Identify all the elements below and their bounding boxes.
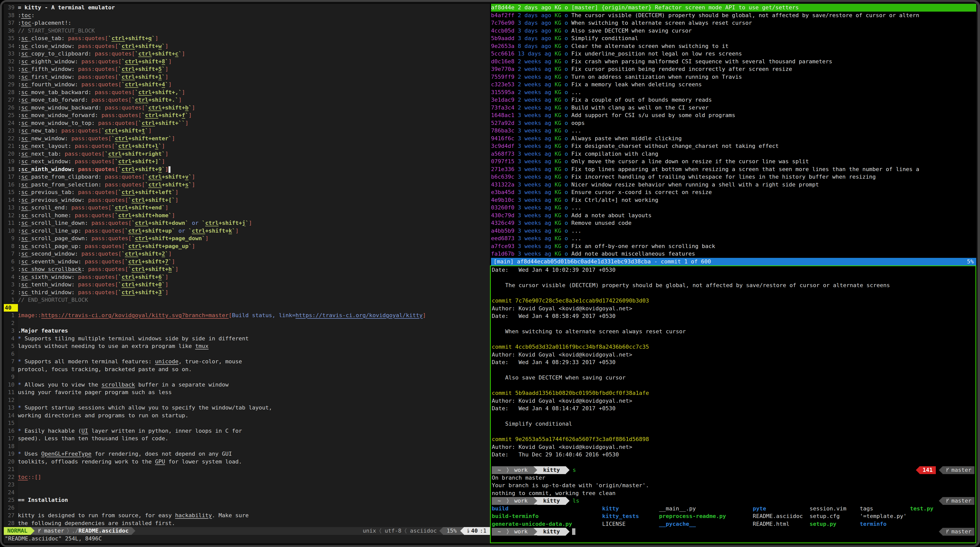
commit-row[interactable]: 430c79d 3 weeks ag KG o Add a note about… [491, 212, 976, 219]
editor-line[interactable]: 14:sc_previous_window: pass:quotes[`ctrl… [4, 196, 490, 204]
editor-line[interactable]: 20toolkits, offloads rendering work to t… [4, 458, 490, 466]
commit-row[interactable]: 271e336 3 weeks ag KG o Fix top lines ap… [491, 165, 976, 173]
editor-line[interactable]: 30:sc_first_window: pass:quotes[`ctrl+sh… [4, 73, 490, 81]
vim-pane[interactable]: 39= kitty - A terminal emulator38:toc:37… [4, 4, 490, 543]
editor-line[interactable]: 20:sc_next_tab: pass:quotes[`ctrl+shift+… [4, 150, 490, 158]
editor-line[interactable]: 39= kitty - A terminal emulator [4, 4, 490, 12]
editor-line[interactable]: 7:sc_second_window: pass:quotes[`ctrl+sh… [4, 250, 490, 258]
commit-row[interactable]: a568f73 3 weeks ag KG o Fix compilation … [491, 150, 976, 158]
editor-line[interactable]: 5:sc_show_scrollback: pass:quotes[`ctrl+… [4, 265, 490, 273]
commit-row[interactable]: 9416f6c 3 weeks ag KG o Always paste whe… [491, 135, 976, 143]
commit-row[interactable]: 4e9b10c 3 weeks ag KG o Fix Ctrl/alt+] n… [491, 196, 976, 204]
editor-line[interactable]: 17:sc_paste_from_clipboard: pass:quotes[… [4, 173, 490, 181]
commit-row[interactable]: 0797f15 3 weeks ag KG o Only move the cu… [491, 158, 976, 165]
editor-line[interactable]: 31:sc_fifth_window: pass:quotes[`ctrl+sh… [4, 65, 490, 73]
editor-line[interactable]: 32:sc_eighth_window: pass:quotes[`ctrl+s… [4, 58, 490, 66]
commit-row[interactable]: a7fce93 3 weeks ag KG o Fix an off-by-on… [491, 243, 976, 250]
editor-line[interactable]: 33:sc_copy_to_clipboard: pass:quotes[`ct… [4, 50, 490, 58]
commit-row[interactable]: 9e2653a 8 days ago KG o Clear the altern… [491, 43, 976, 50]
editor-line[interactable]: 2:sc_third_window: pass:quotes[`ctrl+shi… [4, 289, 490, 296]
commit-row[interactable]: 1648ac1 3 weeks ag KG o Add support for … [491, 111, 976, 119]
editor-line[interactable]: 28:sc_move_tab_backward: pass:quotes[`ct… [4, 89, 490, 97]
editor-line[interactable]: 18:sc_ninth_window: pass:quotes[`ctrl+sh… [4, 165, 490, 173]
editor-line[interactable]: 13* Support startup sessions which allow… [4, 404, 490, 412]
editor-line[interactable]: 38:toc: [4, 12, 490, 19]
editor-line[interactable]: 4:sc_sixth_window: pass:quotes[`ctrl+shi… [4, 273, 490, 281]
editor-line[interactable]: 11:sc_scroll_line_down: pass:quotes[`ctr… [4, 219, 490, 227]
editor-line[interactable]: 13:sc_scroll_end: pass:quotes[`ctrl+shif… [4, 204, 490, 212]
commit-row[interactable]: 527a92d 3 weeks ag KG o oops [491, 119, 976, 127]
editor-line[interactable]: 8:sc_scroll_page_up: pass:quotes[`ctrl+s… [4, 243, 490, 250]
editor-line[interactable]: 24 [4, 489, 490, 496]
editor-line[interactable]: 21 [4, 466, 490, 473]
commit-row[interactable]: 315595a 2 weeks ag KG o ... [491, 89, 976, 97]
editor-line[interactable]: 25:sc_move_window_forward: pass:quotes[`… [4, 111, 490, 119]
commit-row[interactable]: 3e1dac9 2 weeks ag KG o Fix a couple of … [491, 96, 976, 104]
editor-line[interactable]: 9 [4, 373, 490, 381]
editor-line[interactable]: 14working directories and programs to ru… [4, 412, 490, 420]
editor-line[interactable]: 21:sc_next_layout: pass:quotes[`ctrl+shi… [4, 142, 490, 150]
commit-row[interactable]: 73fa3c4 2 weeks ag KG o Build with clang… [491, 104, 976, 112]
editor-line[interactable]: 24:sc_move_window_to_top: pass:quotes[`c… [4, 119, 490, 127]
commit-row[interactable]: fa1d67b 3 weeks ag KG o Add note about m… [491, 250, 976, 258]
editor-line[interactable]: 1image::https://travis-ci.org/kovidgoyal… [4, 312, 490, 319]
editor-line[interactable]: 36// START_SHORTCUT_BLOCK [4, 27, 490, 35]
commit-row[interactable]: a4bb5b9 3 weeks ag KG o ... [491, 227, 976, 235]
editor-line[interactable]: 15 [4, 419, 490, 427]
commit-row[interactable]: 4326c49 3 weeks ag KG o Remove unused co… [491, 219, 976, 227]
editor-line[interactable]: 16:sc_paste_from_selection: pass:quotes[… [4, 181, 490, 189]
commit-row[interactable]: 5cc6616 13 days ag KG o Fix underline_po… [491, 50, 976, 58]
shell-prompt[interactable]: ~ work kitty lsmaster [492, 497, 974, 505]
editor-line[interactable]: 1// END_SHORTCUT_BLOCK [4, 296, 490, 304]
commit-row[interactable]: b6c639c 3 weeks ag KG o Fix incorrect ha… [491, 173, 976, 181]
editor-line[interactable]: 5layouts without needing to use an extra… [4, 342, 490, 350]
commit-row[interactable]: 3c9d4df 3 weeks ag KG o Fix designate_ch… [491, 142, 976, 150]
editor-line[interactable]: 18 [4, 442, 490, 450]
editor-line[interactable]: 2 [4, 319, 490, 327]
editor-line[interactable]: 12 [4, 396, 490, 404]
editor-line[interactable]: 28the following dependencies are install… [4, 520, 490, 527]
editor-line[interactable]: 10* Allows you to view the scrollback bu… [4, 381, 490, 389]
commit-row[interactable]: d0c16e8 2 weeks ag KG o Fix crash when p… [491, 58, 976, 66]
editor-line[interactable]: 3.Major features [4, 327, 490, 335]
editor-line[interactable]: 35:sc_close_tab: pass:quotes[`ctrl+shift… [4, 35, 490, 43]
editor-line[interactable]: 34:sc_close_window: pass:quotes[`ctrl+sh… [4, 43, 490, 50]
editor-line[interactable]: 9:sc_scroll_page_down: pass:quotes[`ctrl… [4, 235, 490, 243]
editor-line[interactable]: 3:sc_tenth_window: pass:quotes[`ctrl+shi… [4, 281, 490, 289]
editor-line[interactable]: 22toc::[] [4, 473, 490, 481]
commit-row[interactable]: 431322a 3 weeks ag KG o Nicer window res… [491, 181, 976, 189]
editor-line[interactable]: 17speed). Less than ten thousand lines o… [4, 435, 490, 442]
editor-line[interactable]: 6:sc_seventh_window: pass:quotes[`ctrl+s… [4, 258, 490, 266]
editor-line[interactable]: 8protocol, focus tracking, bracketed pas… [4, 366, 490, 373]
commit-row[interactable]: e3ba45d 3 weeks ag KG o Ensure cursor x-… [491, 189, 976, 196]
commit-row[interactable]: c323e53 2 weeks ag KG o Fix a memory lea… [491, 81, 976, 89]
commit-row[interactable]: 4ccb05d 3 days ago KG o Also save DECTCE… [491, 27, 976, 35]
editor-line[interactable]: 26 [4, 504, 490, 512]
commit-row[interactable]: 39e770a 2 weeks ag KG o Fix cursor posit… [491, 65, 976, 73]
editor-line[interactable]: 11using your favorite pager program such… [4, 388, 490, 396]
editor-line[interactable]: 19* Uses OpenGL+FreeType for rendering, … [4, 450, 490, 458]
commit-row[interactable]: af8d44e 2 days ago KG o [master] {origin… [491, 4, 976, 12]
terminal-cursor[interactable] [572, 528, 575, 535]
editor-line[interactable]: 27kitty is designed to run from source, … [4, 512, 490, 520]
editor-line[interactable]: 10:sc_scroll_line_up: pass:quotes[`ctrl+… [4, 227, 490, 235]
editor-line[interactable]: 23 [4, 481, 490, 489]
editor-line[interactable]: 4* Supports tiling multiple terminal win… [4, 335, 490, 342]
commit-row[interactable]: 5b9aadd 3 days ago KG o Simplify conditi… [491, 35, 976, 43]
editor-line[interactable]: 15:sc_previous_tab: pass:quotes[`ctrl+sh… [4, 189, 490, 196]
editor-line[interactable]: 29:sc_fourth_window: pass:quotes[`ctrl+s… [4, 81, 490, 89]
editor-area[interactable]: 39= kitty - A terminal emulator38:toc:37… [4, 4, 490, 527]
shell-prompt[interactable]: ~ work kitty master [492, 528, 974, 536]
shell-pane[interactable]: Date: Wed Jan 4 10:02:39 2017 +0530 The … [490, 265, 976, 543]
editor-line[interactable]: 26:sc_move_window_backward: pass:quotes[… [4, 104, 490, 112]
commit-row[interactable]: 786ba3c 3 weeks ag KG o ... [491, 127, 976, 135]
editor-line[interactable]: 12:sc_scroll_home: pass:quotes[`ctrl+shi… [4, 212, 490, 219]
commit-row[interactable]: b4af2ff 2 days ago KG o The cursor visib… [491, 12, 976, 19]
editor-line[interactable]: 7* Supports all modern terminal features… [4, 358, 490, 366]
editor-line[interactable]: 37:toc-placement!: [4, 19, 490, 27]
editor-line[interactable]: 40 [4, 304, 490, 312]
shell-prompt[interactable]: ~ work kitty s141master [492, 466, 974, 474]
editor-line[interactable]: 6 [4, 350, 490, 358]
editor-line[interactable]: 19:sc_next_window: pass:quotes[`ctrl+shi… [4, 158, 490, 165]
editor-line[interactable]: 16* Easily hackable (UI layer written in… [4, 427, 490, 435]
